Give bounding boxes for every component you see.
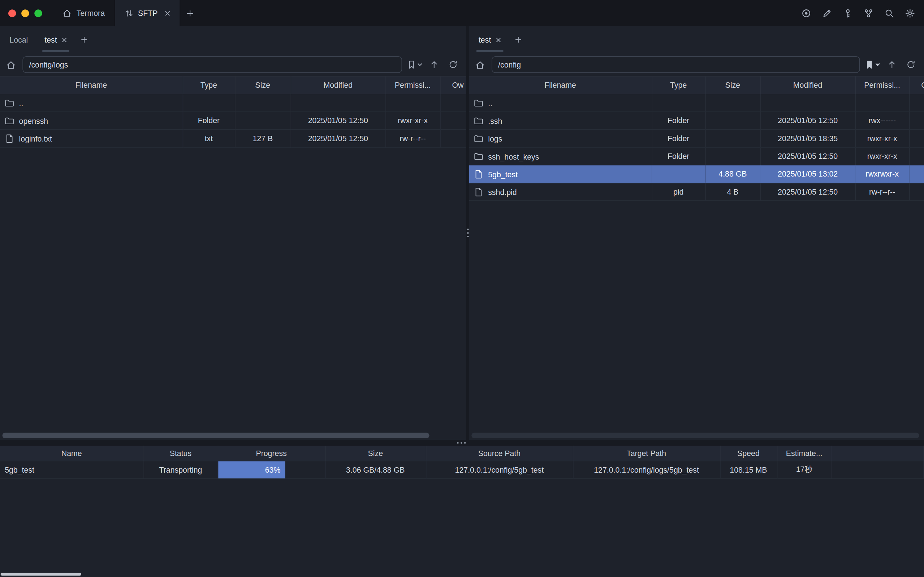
file-row[interactable]: 5gb_test4.88 GB2025/01/05 13:02rwxrwxr-x [469, 165, 924, 183]
column-header-ow[interactable]: Ow [909, 76, 924, 94]
close-icon [165, 10, 170, 16]
titlebar-actions [800, 0, 924, 26]
column-header-target-path[interactable]: Target Path [573, 446, 720, 461]
search-button[interactable] [883, 7, 895, 19]
horizontal-scrollbar-left[interactable] [3, 433, 462, 438]
column-header-filename[interactable]: Filename [469, 76, 652, 94]
cell-name: .. [0, 94, 183, 111]
left-file-pane: Local test [0, 26, 466, 440]
column-header-size[interactable]: Size [325, 446, 426, 461]
parent-directory-button-right[interactable] [885, 57, 899, 71]
close-window-button[interactable] [8, 9, 16, 17]
cell-type: Folder [651, 111, 705, 129]
right-file-list: FilenameTypeSizeModifiedPermissi...Ow ..… [469, 76, 924, 440]
titlebar-drag-area [200, 0, 800, 26]
close-sftp-tab-button[interactable] [165, 9, 170, 18]
file-row[interactable]: logsFolder2025/01/05 18:35rwxr-xr-x [469, 130, 924, 147]
tab-test-right[interactable]: test [470, 26, 509, 53]
edit-button[interactable] [821, 7, 833, 19]
cell-owner [440, 111, 466, 129]
cell-permissions: rwx------ [855, 111, 909, 129]
progress-label: 63% [265, 465, 281, 474]
connections-button[interactable] [862, 7, 874, 19]
tab-termora[interactable]: Termora [53, 0, 114, 26]
column-header-permissi[interactable]: Permissi... [855, 76, 909, 94]
file-row[interactable]: sshd.pidpid4 B2025/01/05 12:50rw-r--r-- [469, 183, 924, 200]
cell-size: 127 B [235, 130, 290, 147]
bookmark-split-button-right[interactable] [865, 60, 880, 69]
cell-type: pid [651, 183, 705, 200]
refresh-button-left[interactable] [446, 57, 460, 71]
column-header-modified[interactable]: Modified [760, 76, 855, 94]
column-header-size[interactable]: Size [235, 76, 290, 94]
column-header-ow[interactable]: Ow [440, 76, 466, 94]
column-header-filename[interactable]: Filename [0, 76, 183, 94]
column-header-type[interactable]: Type [183, 76, 235, 94]
column-header-estimate[interactable]: Estimate... [777, 446, 832, 461]
transfer-row[interactable]: 5gb_testTransporting63%3.06 GB/4.88 GB12… [0, 461, 924, 479]
minimize-window-button[interactable] [21, 9, 29, 17]
add-connection-tab-button-left[interactable] [76, 26, 93, 53]
home-button-left[interactable] [3, 57, 18, 71]
column-header-source-path[interactable]: Source Path [426, 446, 573, 461]
tab-local[interactable]: Local [1, 26, 36, 53]
bookmark-split-button-left[interactable] [407, 60, 422, 69]
cell-size [705, 130, 760, 147]
cell-permissions: rw-r--r-- [855, 183, 909, 200]
new-terminal-tab-button[interactable] [180, 0, 200, 26]
cell-name: openssh [0, 111, 183, 129]
tab-label: Local [10, 35, 28, 44]
transfer-scrollbar-thumb[interactable] [1, 573, 81, 575]
arrow-up-icon [429, 60, 439, 69]
folder-icon [5, 98, 14, 108]
splitter-grip[interactable] [466, 227, 469, 238]
scrollbar-thumb[interactable] [3, 433, 429, 438]
file-row[interactable]: .. [0, 94, 466, 111]
column-header-speed[interactable]: Speed [720, 446, 777, 461]
tab-label: test [44, 35, 57, 44]
file-icon [474, 169, 483, 179]
column-header-type[interactable]: Type [651, 76, 705, 94]
refresh-button-right[interactable] [904, 57, 918, 71]
transfer-panel-splitter[interactable] [0, 440, 924, 446]
column-header-size[interactable]: Size [705, 76, 760, 94]
parent-directory-button-left[interactable] [427, 57, 441, 71]
file-row[interactable]: loginfo.txttxt127 B2025/01/05 12:50rw-r-… [0, 130, 466, 147]
sftp-split-view: Local test [0, 26, 924, 440]
tab-sftp[interactable]: SFTP [114, 0, 180, 26]
add-connection-tab-button-right[interactable] [509, 26, 527, 53]
cell-name: logs [469, 130, 652, 147]
column-header-name[interactable]: Name [0, 446, 144, 461]
settings-button[interactable] [904, 7, 916, 19]
file-row[interactable]: .sshFolder2025/01/05 12:50rwx------ [469, 111, 924, 129]
tab-test-left[interactable]: test [36, 26, 75, 53]
column-header-status[interactable]: Status [144, 446, 218, 461]
file-row[interactable]: .. [469, 94, 924, 111]
column-header-permissi[interactable]: Permissi... [385, 76, 440, 94]
pane-splitter[interactable] [466, 26, 469, 440]
close-tab-button[interactable] [496, 37, 501, 43]
file-row[interactable]: ssh_host_keysFolder2025/01/05 12:50rwxr-… [469, 147, 924, 165]
filename-label: 5gb_test [488, 170, 518, 179]
column-header-progress[interactable]: Progress [218, 446, 325, 461]
file-row[interactable]: opensshFolder2025/01/05 12:50rwxr-xr-x [0, 111, 466, 129]
cell-owner [909, 165, 924, 183]
filename-label: sshd.pid [488, 188, 516, 197]
cell-name: 5gb_test [0, 461, 144, 479]
cell-type: Folder [651, 147, 705, 165]
close-tab-button[interactable] [62, 37, 67, 43]
column-header-modified[interactable]: Modified [290, 76, 385, 94]
edit-icon [822, 8, 832, 18]
path-input-left[interactable] [23, 56, 402, 73]
sftp-tab-label: SFTP [138, 9, 158, 18]
record-button[interactable] [800, 7, 812, 19]
splitter-grip[interactable] [456, 442, 468, 444]
path-input-right[interactable] [492, 56, 860, 73]
keys-button[interactable] [842, 7, 853, 19]
cell-name: .. [469, 94, 652, 111]
home-button-right[interactable] [473, 57, 487, 71]
maximize-window-button[interactable] [34, 9, 42, 17]
horizontal-scrollbar-right[interactable] [471, 433, 919, 438]
bookmark-icon [407, 60, 416, 69]
scrollbar-thumb[interactable] [471, 433, 919, 438]
